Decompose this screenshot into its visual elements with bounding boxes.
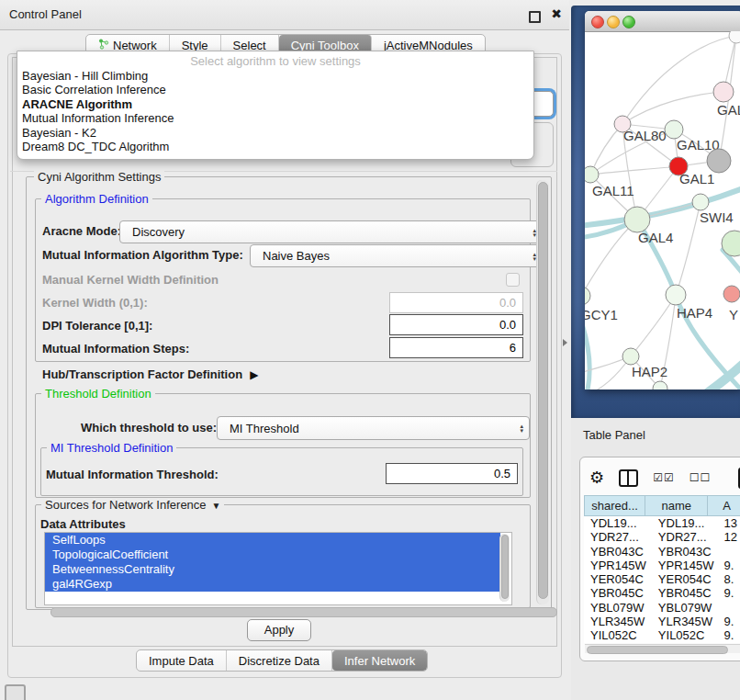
- table-cell: YBL079W: [650, 601, 720, 615]
- table-cell: [719, 601, 740, 615]
- threshold-definition-title: Threshold Definition: [41, 387, 155, 401]
- minimize-light[interactable]: [607, 16, 620, 28]
- attribute-item-topologicalcoefficient[interactable]: TopologicalCoefficient: [45, 548, 500, 562]
- table-row[interactable]: YPR145WYPR145W9.: [584, 559, 740, 572]
- attribute-item-gal4rgexp[interactable]: gal4RGexp: [45, 577, 500, 592]
- column-header-a[interactable]: A: [708, 495, 740, 516]
- which-threshold-select[interactable]: MI Threshold ▴▾: [217, 416, 530, 440]
- table-row[interactable]: YER054CYER054C8.: [584, 572, 740, 586]
- table-cell: YER054C: [584, 572, 650, 586]
- algorithm-option-mutual-information-inference[interactable]: Mutual Information Inference: [17, 111, 533, 125]
- table-cell: YLR345W: [650, 615, 720, 628]
- splitter-handle-icon[interactable]: [563, 339, 567, 346]
- manual-kernel-checkbox[interactable]: [506, 273, 520, 287]
- algorithm-option-bayesian-k2[interactable]: Bayesian - K2: [17, 126, 533, 140]
- algorithm-option-dream8-dc-tdc-algorithm[interactable]: Dream8 DC_TDC Algorithm: [17, 140, 533, 153]
- tab-impute-data[interactable]: Impute Data: [137, 650, 227, 671]
- mi-steps-label: Mutual Information Steps:: [42, 342, 189, 356]
- network-node[interactable]: [729, 31, 740, 43]
- table-row[interactable]: YBR045CYBR045C9.: [584, 586, 740, 600]
- table-cell: 9.: [719, 586, 740, 600]
- table-row[interactable]: YBR043CYBR043C: [584, 545, 740, 559]
- attribute-item-selfloops[interactable]: SelfLoops: [45, 533, 500, 548]
- network-node-gal1[interactable]: [707, 149, 731, 173]
- table-row[interactable]: YDL19...YDL19...13: [584, 516, 740, 530]
- kernel-width-field[interactable]: 0.0: [389, 292, 523, 313]
- network-canvas[interactable]: GALGAL80GAL10GAL1GAL11SWI4GAL4HAP4YGCY1H…: [585, 31, 740, 390]
- apply-button[interactable]: Apply: [247, 619, 311, 641]
- network-node-gcy1[interactable]: [585, 287, 590, 305]
- table-panel-title: Table Panel: [583, 418, 645, 452]
- mi-steps-field[interactable]: 6: [389, 337, 523, 358]
- mi-algorithm-type-select[interactable]: Naive Bayes ▴▾: [250, 244, 543, 267]
- table-cell: YBR045C: [650, 586, 720, 600]
- node-label-hap4: HAP4: [677, 305, 712, 321]
- table-cell: 8.: [719, 572, 740, 586]
- table-row[interactable]: YIL052CYIL052C9.: [584, 628, 740, 642]
- settings-vertical-scrollbar[interactable]: [536, 180, 549, 604]
- network-node-gal10[interactable]: [665, 120, 683, 139]
- settings-horizontal-scrollbar[interactable]: [50, 607, 557, 617]
- network-node-gal4[interactable]: [624, 207, 650, 232]
- node-label-gal4: GAL4: [638, 230, 673, 245]
- node-label-hap2: HAP2: [632, 364, 667, 379]
- table-row[interactable]: YDR27...YDR27...12: [584, 530, 740, 544]
- aracne-mode-label: Aracne Mode:: [42, 224, 121, 238]
- tab-discretize-data[interactable]: Discretize Data: [227, 650, 332, 671]
- close-icon[interactable]: ✖: [551, 6, 562, 21]
- node-label-gal80: GAL80: [623, 128, 667, 143]
- which-threshold-label: Which threshold to use:: [81, 421, 217, 435]
- node-label-gcy1: GCY1: [585, 307, 618, 322]
- node-label-gal1: GAL1: [679, 171, 714, 186]
- table-cell: YER054C: [650, 572, 720, 586]
- attributes-list-scrollbar[interactable]: [499, 534, 510, 602]
- dpi-tolerance-label: DPI Tolerance [0,1]:: [42, 319, 152, 333]
- float-icon[interactable]: [529, 11, 541, 23]
- clear-selection-icon[interactable]: ☐☐: [690, 471, 712, 484]
- network-node-hap4[interactable]: [666, 285, 686, 305]
- table-cell: 12: [719, 530, 740, 544]
- table-horizontal-scrollbar[interactable]: [585, 644, 740, 653]
- algorithm-list: Bayesian - Hill ClimbingBasic Correlatio…: [17, 69, 533, 153]
- attribute-item-betweennesscentrality[interactable]: BetweennessCentrality: [45, 562, 500, 577]
- aracne-mode-select[interactable]: Discovery ▴▾: [119, 220, 543, 243]
- collapsed-panel-button[interactable]: [5, 684, 26, 700]
- network-node-hap2[interactable]: [622, 348, 639, 365]
- dpi-tolerance-field[interactable]: 0.0: [389, 314, 523, 335]
- data-attributes-list[interactable]: SelfLoopsTopologicalCoefficientBetweenne…: [44, 532, 512, 605]
- split-columns-icon[interactable]: [619, 469, 638, 487]
- table-panel: ⚙ ☑☑ ☐☐ shared...nameAYDL19...YDL19...13…: [579, 457, 740, 661]
- mi-threshold-field[interactable]: 0.5: [386, 463, 518, 484]
- table-row[interactable]: YBL079WYBL079W: [584, 601, 740, 615]
- cyni-algorithm-settings-title: Cyni Algorithm Settings: [34, 170, 164, 184]
- tab-infer-network[interactable]: Infer Network: [332, 650, 427, 671]
- column-header-shared[interactable]: shared...: [584, 495, 645, 516]
- algorithm-option-bayesian-hill-climbing[interactable]: Bayesian - Hill Climbing: [17, 69, 533, 83]
- table-cell: YDL19...: [584, 516, 650, 530]
- network-node-swi4[interactable]: [692, 194, 709, 210]
- settings-gear-icon[interactable]: ⚙: [589, 468, 604, 488]
- algorithm-dropdown-popup: Select algorithm to view settings Bayesi…: [17, 51, 534, 160]
- table-cell: YBR043C: [584, 545, 650, 559]
- network-node-y[interactable]: [723, 286, 740, 302]
- table-cell: YPR145W: [650, 559, 720, 572]
- algorithm-definition-title: Algorithm Definition: [41, 192, 152, 206]
- table-cell: YDL19...: [650, 516, 720, 530]
- select-all-icon[interactable]: ☑☑: [653, 471, 675, 484]
- algorithm-option-aracne-algorithm[interactable]: ARACNE Algorithm: [17, 97, 533, 111]
- node-label-swi4: SWI4: [700, 209, 734, 225]
- column-header-name[interactable]: name: [645, 495, 708, 516]
- algorithm-option-basic-correlation-inference[interactable]: Basic Correlation Inference: [17, 83, 533, 96]
- table-toolbar: ⚙ ☑☑ ☐☐: [589, 465, 740, 491]
- network-window-titlebar[interactable]: [585, 11, 740, 32]
- network-node-gal11[interactable]: [585, 166, 599, 183]
- hub-factor-section-toggle[interactable]: Hub/Transcription Factor Definition▶: [42, 367, 258, 381]
- sources-group-title[interactable]: Sources for Network Inference▼: [41, 498, 224, 512]
- node-attribute-table[interactable]: shared...nameAYDL19...YDL19...13YDR27...…: [584, 495, 740, 643]
- control-panel-titlebar: Control Panel ✖: [0, 0, 569, 30]
- algorithm-placeholder: Select algorithm to view settings: [17, 51, 533, 69]
- close-light[interactable]: [591, 16, 604, 28]
- table-row[interactable]: YLR345WYLR345W9.: [584, 615, 740, 628]
- network-node-gal[interactable]: [713, 82, 734, 102]
- zoom-light[interactable]: [622, 16, 635, 28]
